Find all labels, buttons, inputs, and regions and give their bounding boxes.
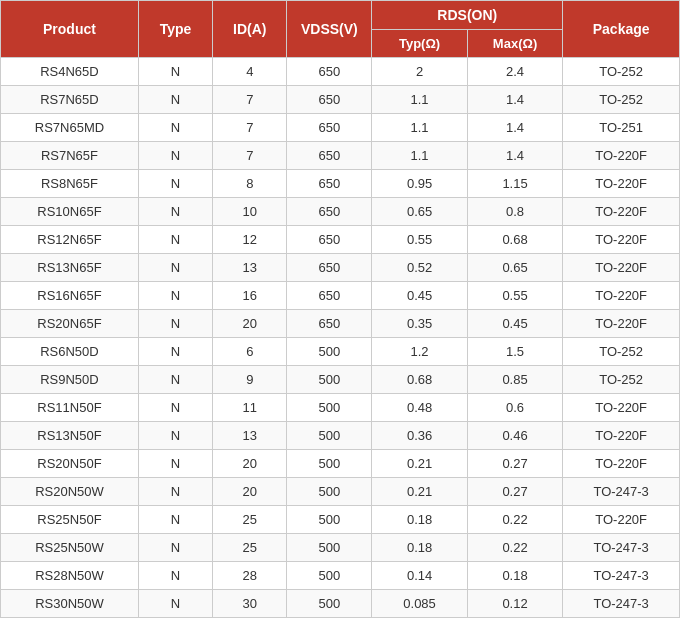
table-row: RS16N65FN166500.450.55TO-220F — [1, 282, 680, 310]
cell-typ: 0.55 — [372, 226, 467, 254]
table-row: RS13N50FN135000.360.46TO-220F — [1, 422, 680, 450]
cell-typ: 0.65 — [372, 198, 467, 226]
cell-vdss: 500 — [287, 338, 372, 366]
table-row: RS12N65FN126500.550.68TO-220F — [1, 226, 680, 254]
table-row: RS28N50WN285000.140.18TO-247-3 — [1, 562, 680, 590]
cell-max: 1.5 — [467, 338, 562, 366]
cell-type: N — [138, 506, 212, 534]
cell-vdss: 650 — [287, 282, 372, 310]
cell-id: 13 — [213, 254, 287, 282]
table-body: RS4N65DN465022.4TO-252RS7N65DN76501.11.4… — [1, 58, 680, 618]
cell-package: TO-220F — [563, 422, 680, 450]
table-row: RS25N50WN255000.180.22TO-247-3 — [1, 534, 680, 562]
table-row: RS4N65DN465022.4TO-252 — [1, 58, 680, 86]
cell-type: N — [138, 58, 212, 86]
cell-typ: 0.18 — [372, 534, 467, 562]
cell-id: 4 — [213, 58, 287, 86]
cell-max: 0.18 — [467, 562, 562, 590]
cell-package: TO-247-3 — [563, 534, 680, 562]
cell-type: N — [138, 338, 212, 366]
cell-id: 20 — [213, 450, 287, 478]
cell-vdss: 500 — [287, 590, 372, 618]
cell-product: RS20N65F — [1, 310, 139, 338]
cell-max: 0.45 — [467, 310, 562, 338]
cell-package: TO-220F — [563, 394, 680, 422]
cell-typ: 0.36 — [372, 422, 467, 450]
cell-type: N — [138, 562, 212, 590]
cell-type: N — [138, 170, 212, 198]
cell-id: 8 — [213, 170, 287, 198]
cell-typ: 0.95 — [372, 170, 467, 198]
cell-max: 0.46 — [467, 422, 562, 450]
cell-vdss: 650 — [287, 170, 372, 198]
cell-type: N — [138, 198, 212, 226]
cell-typ: 1.1 — [372, 114, 467, 142]
cell-max: 0.55 — [467, 282, 562, 310]
cell-package: TO-251 — [563, 114, 680, 142]
cell-id: 7 — [213, 142, 287, 170]
cell-package: TO-247-3 — [563, 590, 680, 618]
cell-id: 13 — [213, 422, 287, 450]
cell-package: TO-220F — [563, 170, 680, 198]
header-package: Package — [563, 1, 680, 58]
table-row: RS8N65FN86500.951.15TO-220F — [1, 170, 680, 198]
cell-id: 6 — [213, 338, 287, 366]
cell-product: RS4N65D — [1, 58, 139, 86]
cell-type: N — [138, 534, 212, 562]
cell-package: TO-252 — [563, 366, 680, 394]
table-row: RS20N65FN206500.350.45TO-220F — [1, 310, 680, 338]
cell-id: 9 — [213, 366, 287, 394]
cell-vdss: 500 — [287, 450, 372, 478]
cell-vdss: 650 — [287, 198, 372, 226]
header-product: Product — [1, 1, 139, 58]
product-table: Product Type ID(A) VDSS(V) RDS(ON) Packa… — [0, 0, 680, 618]
cell-typ: 0.45 — [372, 282, 467, 310]
table-row: RS7N65MDN76501.11.4TO-251 — [1, 114, 680, 142]
cell-type: N — [138, 422, 212, 450]
table-row: RS6N50DN65001.21.5TO-252 — [1, 338, 680, 366]
cell-typ: 0.52 — [372, 254, 467, 282]
cell-typ: 0.085 — [372, 590, 467, 618]
cell-product: RS20N50W — [1, 478, 139, 506]
cell-package: TO-220F — [563, 450, 680, 478]
cell-product: RS7N65MD — [1, 114, 139, 142]
cell-product: RS30N50W — [1, 590, 139, 618]
cell-id: 7 — [213, 86, 287, 114]
table-row: RS9N50DN95000.680.85TO-252 — [1, 366, 680, 394]
table-row: RS20N50WN205000.210.27TO-247-3 — [1, 478, 680, 506]
table-row: RS25N50FN255000.180.22TO-220F — [1, 506, 680, 534]
table-row: RS7N65DN76501.11.4TO-252 — [1, 86, 680, 114]
cell-package: TO-220F — [563, 226, 680, 254]
cell-vdss: 650 — [287, 58, 372, 86]
cell-typ: 0.35 — [372, 310, 467, 338]
cell-product: RS10N65F — [1, 198, 139, 226]
cell-id: 20 — [213, 478, 287, 506]
cell-product: RS12N65F — [1, 226, 139, 254]
cell-product: RS28N50W — [1, 562, 139, 590]
cell-product: RS9N50D — [1, 366, 139, 394]
header-id: ID(A) — [213, 1, 287, 58]
cell-vdss: 500 — [287, 562, 372, 590]
cell-typ: 0.21 — [372, 450, 467, 478]
cell-typ: 2 — [372, 58, 467, 86]
cell-type: N — [138, 394, 212, 422]
cell-package: TO-247-3 — [563, 562, 680, 590]
cell-type: N — [138, 366, 212, 394]
cell-id: 7 — [213, 114, 287, 142]
cell-typ: 0.21 — [372, 478, 467, 506]
cell-vdss: 650 — [287, 254, 372, 282]
header-rds-on: RDS(ON) — [372, 1, 563, 30]
cell-max: 0.68 — [467, 226, 562, 254]
cell-typ: 0.48 — [372, 394, 467, 422]
cell-max: 0.65 — [467, 254, 562, 282]
table-row: RS13N65FN136500.520.65TO-220F — [1, 254, 680, 282]
cell-id: 25 — [213, 506, 287, 534]
cell-package: TO-220F — [563, 506, 680, 534]
header-type: Type — [138, 1, 212, 58]
table-row: RS11N50FN115000.480.6TO-220F — [1, 394, 680, 422]
cell-max: 0.8 — [467, 198, 562, 226]
cell-package: TO-220F — [563, 282, 680, 310]
cell-id: 11 — [213, 394, 287, 422]
cell-package: TO-220F — [563, 254, 680, 282]
cell-product: RS16N65F — [1, 282, 139, 310]
